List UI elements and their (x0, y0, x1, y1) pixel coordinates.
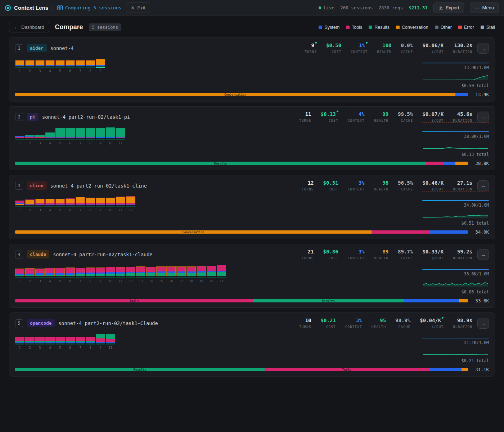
bar-segment-sys (36, 204, 44, 205)
app-title: Context Lens (14, 5, 48, 11)
arrow-right-icon: → (481, 183, 486, 189)
turn-number: 3 (35, 279, 45, 283)
bar-segment-tools (86, 138, 95, 138)
bar-segment-tools (76, 138, 85, 138)
open-session-button[interactable]: → (477, 180, 489, 191)
stat-label: DURATION (453, 325, 472, 329)
stat-value: $0.04/K (420, 318, 444, 323)
bar-segment-tools (46, 268, 54, 273)
bar-segment-conv (217, 276, 226, 276)
bar-segment-res (126, 273, 135, 276)
open-session-button[interactable]: → (477, 43, 489, 54)
turn-number: 18 (186, 279, 196, 283)
bar-health-underline (35, 67, 45, 68)
stat-value: 99.5% (398, 111, 413, 117)
session-name: sonnet-4 part2-run-02/task1-Claude (58, 320, 158, 326)
bar-health-underline (126, 206, 135, 207)
turn-bar: 15 (156, 266, 166, 283)
bar-segment-tools (106, 339, 115, 342)
turn-bar: 4 (45, 60, 55, 73)
stat-label: CACHE (401, 50, 413, 54)
stat-value: 98.9s (453, 318, 472, 323)
bar-segment-tools (106, 138, 115, 138)
turn-number: 4 (45, 141, 55, 145)
turn-number: 3 (35, 141, 45, 145)
exit-button[interactable]: ✕ Exit (126, 3, 150, 13)
composition-segment-sys (404, 299, 459, 302)
turn-number: 5 (55, 141, 65, 145)
bar-segment-sys (55, 342, 65, 343)
stat-cost: $0.50COST (326, 42, 341, 54)
bar-health-underline (15, 343, 24, 345)
cost-total-label: $0.51 total (422, 221, 489, 226)
open-session-button[interactable]: → (477, 249, 489, 260)
bar-segment-conv (26, 60, 34, 65)
turn-bar: 11 (116, 267, 125, 283)
sparkline-column: 34.0K/1.0M $0.51 total (422, 191, 489, 226)
arrow-right-icon: → (481, 45, 486, 51)
turn-bars-chart: 1234567891011 (15, 127, 125, 145)
menu-button[interactable]: ··· Menu (470, 3, 499, 13)
bar-segment-conv (26, 276, 34, 276)
bar-segment-sys (26, 204, 34, 205)
stat-turns: 11TURNS (299, 111, 311, 122)
stat-value: 59.2s (453, 249, 472, 255)
composition-segment-label: Results (15, 368, 265, 371)
turn-bars-chart: 123456789101112131415161718192021 (15, 265, 226, 283)
bar-segment-res (147, 273, 155, 276)
bar-segment-conv (96, 276, 105, 276)
bar-segment-tools (66, 337, 75, 341)
bar-health-underline (55, 277, 65, 278)
stat-value: 3% (345, 318, 362, 323)
context-sparkline (422, 63, 489, 63)
export-button[interactable]: Export (433, 3, 464, 13)
bar-segment-res (96, 334, 105, 338)
turn-bar: 11 (116, 128, 125, 145)
stat-value: $0.07/K (422, 111, 444, 117)
bar-health-underline (45, 206, 55, 207)
bar-segment-conv (167, 276, 175, 276)
bar-segment-tools (56, 268, 64, 273)
bar-segment-sys (96, 204, 105, 205)
arrow-right-icon: → (481, 114, 486, 120)
bar-segment-tools (177, 267, 185, 271)
turn-number: 1 (15, 69, 24, 73)
bar-segment-tools (197, 266, 206, 271)
turn-bar: 8 (86, 337, 95, 350)
bar-health-underline (35, 277, 45, 278)
open-session-button[interactable]: → (477, 112, 489, 122)
stat-turns: 21TURNS (302, 249, 314, 260)
turn-number: 4 (45, 69, 55, 73)
open-session-button[interactable]: → (477, 318, 489, 329)
bar-segment-tools (66, 138, 75, 138)
context-sparkline (422, 131, 489, 132)
bar-health-underline (86, 343, 95, 345)
turn-number: 10 (106, 346, 115, 350)
bar-segment-res (207, 272, 216, 276)
turn-bar: 4 (45, 268, 55, 283)
turn-bar: 12 (126, 196, 135, 212)
context-sparkline (422, 338, 489, 338)
bar-segment-tools (96, 138, 105, 138)
turn-number: 6 (66, 279, 75, 283)
stat-value: 95 (372, 318, 386, 323)
stat-value: 96.5% (398, 180, 413, 186)
composition-row: Results 38.8K (15, 161, 489, 166)
back-dashboard-button[interactable]: ← Dashboard (9, 22, 49, 32)
stat-health: 100HEALTH (377, 42, 391, 54)
compare-icon (57, 5, 63, 10)
turn-bar: 11 (116, 197, 125, 212)
comparing-link[interactable]: Comparing 5 sessions (57, 5, 122, 10)
stat-value: 99 (374, 111, 388, 117)
context-limit-dashed-line (422, 191, 489, 192)
stat-value: 4% (348, 111, 365, 117)
bar-segment-tools (26, 269, 34, 274)
stat-duration: 27.1sDURATION (453, 180, 472, 191)
bar-segment-conv (66, 276, 75, 276)
stat-value: 21 (302, 249, 314, 255)
bar-segment-res (45, 132, 55, 137)
turn-number: 9 (96, 346, 105, 350)
composition-row: ResultsTools 31.1K (15, 367, 489, 372)
bar-segment-conv (76, 197, 85, 203)
context-usage-label: 33.6K/1.0M (422, 271, 489, 276)
